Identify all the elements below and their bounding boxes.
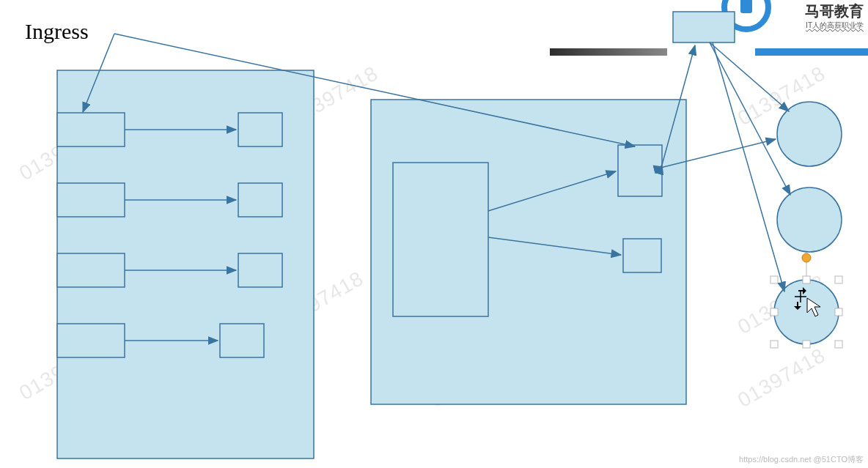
svg-rect-5 xyxy=(57,183,125,217)
resize-handle[interactable] xyxy=(770,308,778,316)
link-topbox-circle3 xyxy=(713,42,784,291)
resize-handle[interactable] xyxy=(770,276,778,283)
routes-box xyxy=(393,163,488,316)
svg-rect-1 xyxy=(740,0,752,13)
backend-box-1 xyxy=(618,145,662,196)
resize-handle[interactable] xyxy=(770,341,778,348)
diagram-svg xyxy=(0,0,868,468)
link-topbox-circle1 xyxy=(710,42,789,111)
svg-rect-6 xyxy=(238,183,282,217)
resize-handle[interactable] xyxy=(835,341,842,348)
resize-handle[interactable] xyxy=(835,276,842,283)
rotation-handle-icon[interactable] xyxy=(802,253,811,262)
resize-handle[interactable] xyxy=(803,341,810,348)
pod-circle-2 xyxy=(777,187,842,252)
svg-rect-3 xyxy=(238,113,282,146)
pod-circle-1 xyxy=(777,102,842,166)
ingress-controller-box xyxy=(673,12,735,42)
svg-rect-12 xyxy=(220,324,264,357)
backend-box-2 xyxy=(623,239,661,272)
resize-handle[interactable] xyxy=(803,276,810,283)
svg-rect-9 xyxy=(238,253,282,287)
resize-handle[interactable] xyxy=(835,308,842,316)
pod-circle-3-selected[interactable] xyxy=(770,253,842,348)
svg-rect-11 xyxy=(57,324,125,357)
svg-rect-2 xyxy=(57,113,125,146)
svg-rect-8 xyxy=(57,253,125,287)
